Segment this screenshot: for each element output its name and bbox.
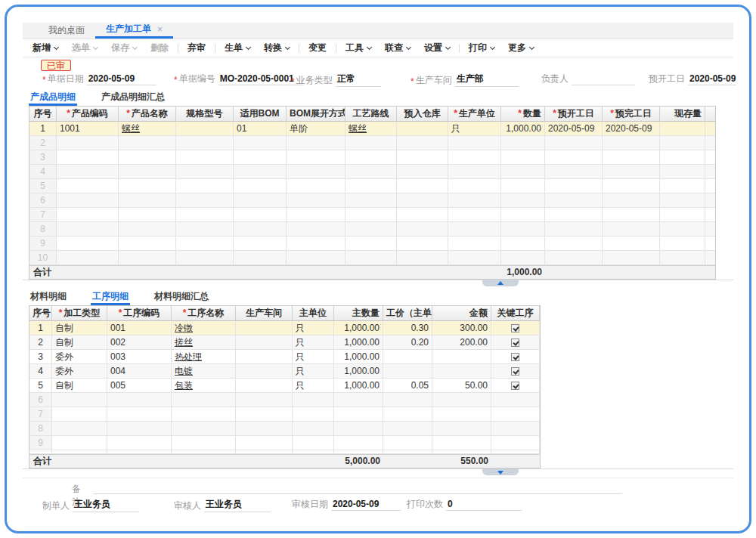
cell[interactable]	[172, 436, 236, 450]
cell[interactable]	[234, 251, 287, 265]
column-header[interactable]: *产品名称	[119, 107, 176, 122]
cell[interactable]	[345, 208, 397, 222]
field-value[interactable]: 2020-05-09	[331, 499, 401, 511]
cell[interactable]	[57, 165, 119, 179]
close-icon[interactable]: ×	[157, 24, 163, 35]
cell[interactable]	[383, 436, 432, 450]
cell[interactable]: 1001	[57, 122, 119, 136]
cell[interactable]	[119, 193, 176, 208]
column-header[interactable]: *预开工日	[545, 107, 603, 122]
cell[interactable]	[397, 208, 448, 222]
cell[interactable]	[236, 393, 293, 407]
cell[interactable]	[491, 393, 540, 407]
cell[interactable]	[603, 150, 660, 165]
print-button[interactable]: 打印	[469, 42, 494, 54]
cell[interactable]	[107, 407, 172, 422]
cell-link[interactable]: 搓丝	[175, 337, 193, 348]
cell[interactable]	[545, 193, 603, 208]
cell[interactable]	[119, 165, 176, 179]
column-header[interactable]: 序号	[29, 107, 57, 122]
tab-process-detail[interactable]: 工序明细	[91, 289, 130, 305]
cell[interactable]: 热处理	[172, 350, 236, 364]
remark-input[interactable]	[93, 483, 622, 494]
cell[interactable]	[119, 208, 176, 222]
cell[interactable]	[448, 165, 501, 179]
cell[interactable]	[119, 237, 176, 251]
cell[interactable]	[234, 208, 287, 222]
cell[interactable]	[172, 407, 236, 422]
cell[interactable]	[501, 165, 545, 179]
cell[interactable]	[176, 165, 234, 179]
cell[interactable]	[172, 393, 236, 407]
cell[interactable]: 200.00	[432, 335, 491, 350]
row-number-cell[interactable]: 5	[29, 179, 57, 193]
column-header[interactable]: 适用BOM	[234, 107, 287, 122]
field-value[interactable]	[572, 74, 635, 85]
cell[interactable]: 自制	[52, 335, 107, 350]
field-value[interactable]: MO-2020-05-0001	[218, 73, 303, 85]
column-header[interactable]: 现	[705, 107, 716, 122]
cell[interactable]	[660, 150, 705, 165]
settings-button[interactable]: 设置	[424, 42, 450, 54]
row-number-cell[interactable]: 2	[29, 335, 52, 350]
cell[interactable]	[119, 150, 176, 165]
cell[interactable]: 只	[448, 122, 501, 136]
cell[interactable]	[501, 237, 545, 251]
cell[interactable]	[545, 237, 603, 251]
column-header[interactable]: *工序编码	[107, 306, 172, 321]
cell[interactable]	[345, 150, 397, 165]
cell[interactable]	[334, 422, 383, 436]
field-value[interactable]: 0	[446, 499, 522, 511]
cell[interactable]	[176, 136, 234, 150]
cell[interactable]	[293, 436, 334, 450]
cell[interactable]	[176, 251, 234, 265]
cell-link[interactable]: 冷镦	[175, 323, 193, 333]
row-number-cell[interactable]: 9	[29, 237, 57, 251]
unapprove-button[interactable]: 弃审	[187, 42, 206, 54]
column-header[interactable]: 主数量	[334, 306, 383, 321]
cell-link[interactable]: 螺丝	[122, 123, 140, 134]
column-header[interactable]: 工价（主单位）	[383, 306, 432, 321]
cell[interactable]: 电镀	[172, 364, 236, 379]
row-number-cell[interactable]: 1	[29, 122, 57, 136]
cell[interactable]: 0.30	[383, 321, 432, 335]
column-header[interactable]: *工序名称	[172, 306, 236, 321]
cell[interactable]	[432, 350, 491, 364]
cell[interactable]	[57, 222, 119, 237]
splitter-collapse-handle[interactable]	[482, 280, 519, 286]
column-header[interactable]: BOM展开方式	[287, 107, 345, 122]
row-number-cell[interactable]: 3	[29, 350, 52, 364]
cell[interactable]	[287, 165, 345, 179]
key-process-checkbox[interactable]	[511, 324, 519, 332]
cell[interactable]	[397, 222, 448, 237]
row-number-cell[interactable]: 9	[29, 436, 52, 450]
cell[interactable]: 50.00	[432, 379, 491, 393]
cell[interactable]	[236, 407, 293, 422]
cell[interactable]	[234, 237, 287, 251]
cell[interactable]	[545, 251, 603, 265]
cell[interactable]: 005	[107, 379, 172, 393]
column-header[interactable]: 预入仓库	[397, 107, 448, 122]
field-value[interactable]: 2020-05-09	[688, 73, 736, 85]
cell[interactable]	[334, 393, 383, 407]
cell[interactable]	[603, 237, 660, 251]
cell[interactable]	[57, 237, 119, 251]
cell[interactable]	[287, 222, 345, 237]
convert-button[interactable]: 转换	[264, 42, 290, 54]
column-header[interactable]: 序号	[29, 306, 52, 321]
column-header[interactable]: *产品编码	[57, 107, 119, 122]
cell[interactable]	[448, 150, 501, 165]
cell[interactable]	[383, 407, 432, 422]
cell[interactable]	[287, 237, 345, 251]
cell[interactable]	[705, 136, 716, 150]
cell[interactable]: 螺丝	[345, 122, 397, 136]
cell[interactable]	[383, 393, 432, 407]
cell[interactable]	[705, 165, 716, 179]
cell[interactable]	[345, 222, 397, 237]
cell[interactable]: 单阶	[287, 122, 345, 136]
cell[interactable]	[432, 393, 491, 407]
cell[interactable]	[705, 208, 716, 222]
generate-button[interactable]: 生单	[225, 42, 250, 54]
cell[interactable]	[236, 422, 293, 436]
cell[interactable]	[660, 136, 705, 150]
